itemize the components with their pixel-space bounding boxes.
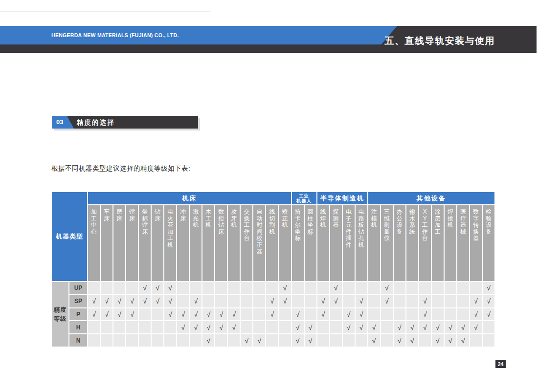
empty-cell (139, 321, 151, 333)
page-edge-artifact (0, 11, 210, 12)
section-title: 精度的选择 (77, 118, 115, 127)
check-mark-cell: √ (215, 321, 227, 333)
check-mark-cell: √ (470, 308, 482, 321)
column-header-cell: 办公设备 (394, 205, 405, 281)
empty-cell (228, 334, 240, 347)
empty-cell (190, 334, 202, 347)
empty-cell (470, 334, 482, 347)
section-bar: 03 精度的选择 (52, 116, 198, 129)
column-header-cell: 输水系统 (406, 205, 418, 281)
check-mark-cell: √ (330, 282, 342, 294)
column-header-cell: 检验设备 (483, 205, 494, 281)
check-mark-cell: √ (202, 321, 214, 333)
check-mark-cell: √ (228, 308, 240, 321)
column-header-cell: XY工作台 (419, 205, 431, 281)
check-mark-cell: √ (152, 282, 163, 294)
column-header-cell: 焊接机 (445, 205, 456, 281)
empty-cell (368, 308, 380, 321)
empty-cell (164, 321, 176, 333)
empty-cell (343, 282, 355, 294)
empty-cell (228, 282, 240, 294)
empty-cell (368, 282, 380, 294)
empty-cell (368, 295, 380, 307)
empty-cell (139, 334, 151, 347)
empty-cell (343, 334, 355, 347)
empty-cell (101, 282, 112, 294)
check-mark-cell: √ (356, 295, 367, 307)
empty-cell (457, 308, 469, 321)
company-name: HENGERDA NEW MATERIALS (FUJIAN) CO., LTD… (51, 32, 179, 38)
check-mark-cell: √ (368, 334, 380, 347)
empty-cell (241, 282, 252, 294)
check-mark-cell: √ (292, 321, 304, 333)
column-header-cell: 圆柱坐标 (305, 205, 316, 281)
column-header-cell: 医疗器械 (457, 205, 469, 281)
check-mark-cell: √ (215, 308, 227, 321)
empty-cell (445, 282, 456, 294)
empty-cell (113, 334, 125, 347)
check-mark-cell: √ (152, 295, 163, 307)
column-header-cell: 磨床 (113, 205, 125, 281)
intro-text: 根据不同机器类型建议选择的精度等级如下表: (51, 164, 190, 173)
empty-cell (202, 282, 214, 294)
check-mark-cell: √ (228, 321, 240, 333)
check-mark-cell: √ (126, 295, 138, 307)
empty-cell (381, 321, 393, 333)
check-mark-cell: √ (279, 282, 291, 294)
empty-cell (215, 282, 227, 294)
column-header-cell: 电路板钻孔机 (356, 205, 367, 281)
empty-cell (88, 321, 100, 333)
empty-cell (330, 321, 342, 333)
column-header-cell: 电火花加工机 (164, 205, 176, 281)
empty-cell (126, 282, 138, 294)
check-mark-cell: √ (470, 295, 482, 307)
empty-cell (139, 308, 151, 321)
empty-cell (406, 308, 418, 321)
empty-cell (432, 282, 444, 294)
empty-cell (343, 295, 355, 307)
check-mark-cell: √ (330, 295, 342, 307)
column-header-cell: 三维测量仪 (381, 205, 393, 281)
empty-cell (381, 334, 393, 347)
empty-cell (228, 295, 240, 307)
check-mark-cell: √ (419, 308, 431, 321)
check-mark-cell: √ (202, 334, 214, 347)
catalog-page: HENGERDA NEW MATERIALS (FUJIAN) CO., LTD… (0, 0, 538, 392)
check-mark-cell: √ (368, 321, 380, 333)
empty-cell (177, 295, 189, 307)
empty-cell (457, 282, 469, 294)
check-mark-cell: √ (343, 321, 355, 333)
empty-cell (101, 334, 112, 347)
column-header-cell: 攻牙机 (228, 205, 240, 281)
column-header-cell: 坐标镗床 (139, 205, 151, 281)
row-label-p: P (69, 308, 87, 321)
empty-cell (330, 308, 342, 321)
column-header-cell: 线切割机 (266, 205, 278, 281)
empty-cell (190, 282, 202, 294)
empty-cell (330, 334, 342, 347)
check-mark-cell: √ (266, 308, 278, 321)
empty-cell (419, 334, 431, 347)
group-header-cell: 机床 (88, 192, 291, 204)
check-mark-cell: √ (190, 295, 202, 307)
empty-cell (356, 282, 367, 294)
empty-cell (394, 295, 405, 307)
check-mark-cell: √ (279, 295, 291, 307)
check-mark-cell: √ (253, 334, 265, 347)
column-header-cell: 车床 (101, 205, 112, 281)
check-mark-cell: √ (164, 308, 176, 321)
check-mark-cell: √ (202, 308, 214, 321)
group-header-cell: 工业机器人 (292, 192, 316, 204)
check-mark-cell: √ (317, 295, 329, 307)
chapter-title: 五、直线导轨安装与使用 (385, 35, 495, 47)
header-blue-band: HENGERDA NEW MATERIALS (FUJIAN) CO., LTD… (0, 26, 397, 44)
empty-cell (317, 334, 329, 347)
check-mark-cell: √ (164, 282, 176, 294)
empty-cell (483, 321, 494, 333)
check-mark-cell: √ (88, 308, 100, 321)
row-label-up: UP (69, 282, 87, 294)
empty-cell (241, 295, 252, 307)
empty-cell (253, 308, 265, 321)
check-mark-cell: √ (190, 321, 202, 333)
column-header-cell: 激光机 (190, 205, 202, 281)
